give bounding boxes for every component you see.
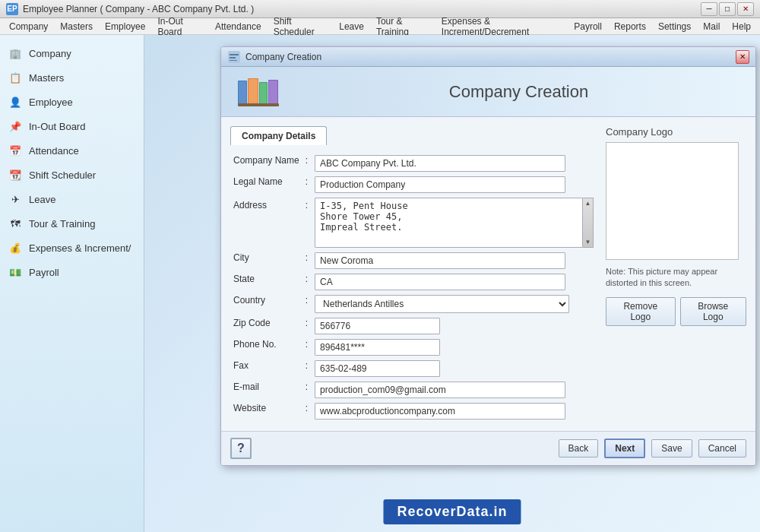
sidebar-item-employee[interactable]: 👤 Employee bbox=[0, 90, 144, 114]
company-icon: 🏢 bbox=[8, 46, 23, 61]
website-cell bbox=[312, 401, 597, 422]
country-label: Country bbox=[230, 293, 302, 315]
title-bar-text: Employee Planner ( Company - ABC Company… bbox=[23, 4, 696, 14]
state-cell bbox=[312, 271, 597, 293]
svg-rect-5 bbox=[239, 81, 246, 104]
sidebar-item-masters[interactable]: 📋 Masters bbox=[0, 65, 144, 90]
sidebar-item-shift[interactable]: 📆 Shift Scheduler bbox=[0, 163, 144, 187]
sidebar-item-payroll[interactable]: 💵 Payroll bbox=[0, 260, 144, 284]
back-button[interactable]: Back bbox=[559, 439, 599, 458]
dialog-header: Company Creation bbox=[221, 67, 755, 117]
next-button[interactable]: Next bbox=[604, 439, 645, 458]
shift-icon: 📆 bbox=[8, 167, 23, 182]
company-name-cell bbox=[312, 153, 597, 174]
sidebar-label-payroll: Payroll bbox=[29, 267, 59, 278]
payroll-icon: 💵 bbox=[8, 264, 23, 280]
inout-icon: 📌 bbox=[8, 119, 23, 134]
city-input[interactable] bbox=[315, 252, 565, 269]
sidebar-label-shift: Shift Scheduler bbox=[29, 169, 96, 181]
fax-colon: : bbox=[302, 358, 312, 379]
sidebar-label-leave: Leave bbox=[29, 194, 55, 205]
country-select[interactable]: Netherlands Antilles United States Unite… bbox=[315, 295, 569, 313]
dialog-title-bar: Company Creation ✕ bbox=[221, 47, 755, 67]
company-name-input[interactable] bbox=[315, 155, 565, 172]
attendance-icon: 📅 bbox=[8, 143, 23, 158]
browse-logo-button[interactable]: Browse Logo bbox=[680, 297, 746, 326]
masters-icon: 📋 bbox=[8, 70, 23, 85]
menu-attendance[interactable]: Attendance bbox=[209, 20, 268, 33]
maximize-button[interactable]: □ bbox=[719, 2, 736, 16]
legal-name-input[interactable] bbox=[315, 176, 565, 193]
svg-rect-11 bbox=[269, 81, 277, 104]
table-row: Company Name : bbox=[230, 153, 597, 174]
legal-name-label: Legal Name bbox=[230, 174, 302, 195]
employee-icon: 👤 bbox=[8, 94, 23, 109]
email-cell bbox=[312, 379, 597, 401]
menu-help[interactable]: Help bbox=[726, 20, 757, 33]
sidebar-label-company: Company bbox=[29, 48, 71, 59]
menu-company[interactable]: Company bbox=[3, 20, 54, 33]
address-textarea[interactable] bbox=[315, 198, 583, 248]
website-label: Website bbox=[230, 401, 302, 422]
svg-rect-2 bbox=[230, 57, 236, 59]
scroll-up-icon: ▲ bbox=[584, 198, 593, 208]
menu-leave[interactable]: Leave bbox=[333, 20, 370, 33]
address-scrollbar[interactable]: ▲ ▼ bbox=[583, 198, 594, 248]
sidebar-item-leave[interactable]: ✈ Leave bbox=[0, 187, 144, 211]
table-row: Address : ▲ ▼ bbox=[230, 195, 597, 250]
dialog-header-title: Company Creation bbox=[297, 82, 740, 102]
menu-settings[interactable]: Settings bbox=[652, 20, 697, 33]
state-input[interactable] bbox=[315, 274, 565, 290]
table-row: City : bbox=[230, 250, 597, 271]
logo-note: Note: This picture may appear distorted … bbox=[606, 266, 746, 290]
table-row: State : bbox=[230, 271, 597, 293]
cancel-button[interactable]: Cancel bbox=[698, 439, 746, 458]
menu-employee[interactable]: Employee bbox=[99, 20, 151, 33]
phoneno-input[interactable] bbox=[315, 339, 440, 356]
sidebar-item-company[interactable]: 🏢 Company bbox=[0, 41, 144, 65]
menu-mail[interactable]: Mail bbox=[697, 20, 726, 33]
email-input[interactable] bbox=[315, 382, 565, 398]
sidebar-item-attendance[interactable]: 📅 Attendance bbox=[0, 138, 144, 163]
email-label: E-mail bbox=[230, 379, 302, 401]
sidebar-item-expenses[interactable]: 💰 Expenses & Increment/ bbox=[0, 236, 144, 260]
website-input[interactable] bbox=[315, 403, 565, 420]
dialog-footer: ? Back Next Save Cancel bbox=[221, 431, 755, 465]
tab-company-details[interactable]: Company Details bbox=[230, 126, 327, 145]
menu-payroll[interactable]: Payroll bbox=[568, 20, 608, 33]
remove-logo-button[interactable]: Remove Logo bbox=[606, 297, 676, 326]
address-colon: : bbox=[302, 195, 312, 250]
country-colon: : bbox=[302, 293, 312, 315]
logo-panel-title: Company Logo bbox=[606, 126, 746, 138]
zipcode-label: Zip Code bbox=[230, 315, 302, 337]
app-icon: EP bbox=[6, 3, 18, 15]
dialog-close-button[interactable]: ✕ bbox=[736, 50, 749, 64]
email-colon: : bbox=[302, 379, 312, 401]
menu-reports[interactable]: Reports bbox=[608, 20, 652, 33]
phoneno-cell bbox=[312, 337, 597, 358]
save-button[interactable]: Save bbox=[651, 439, 692, 458]
zipcode-input[interactable] bbox=[315, 318, 440, 334]
close-button[interactable]: ✕ bbox=[737, 2, 754, 16]
tour-icon: 🗺 bbox=[8, 216, 23, 231]
menu-masters[interactable]: Masters bbox=[54, 20, 99, 33]
svg-rect-12 bbox=[238, 103, 279, 106]
table-row: Zip Code : bbox=[230, 315, 597, 337]
help-button[interactable]: ? bbox=[230, 438, 252, 459]
state-label: State bbox=[230, 271, 302, 293]
table-row: Website : bbox=[230, 401, 597, 422]
sidebar-item-inout[interactable]: 📌 In-Out Board bbox=[0, 114, 144, 138]
table-row: Country : Netherlands Antilles United St… bbox=[230, 293, 597, 315]
dialog-body: Company Details Company Name : Legal N bbox=[221, 117, 755, 431]
website-colon: : bbox=[302, 401, 312, 422]
company-name-colon: : bbox=[302, 153, 312, 174]
minimize-button[interactable]: ─ bbox=[701, 2, 717, 16]
sidebar-item-tour[interactable]: 🗺 Tour & Training bbox=[0, 211, 144, 236]
dialog-title-icon bbox=[227, 50, 241, 64]
address-container: ▲ ▼ bbox=[315, 198, 594, 248]
books-image bbox=[236, 74, 282, 109]
table-row: Phone No. : bbox=[230, 337, 597, 358]
company-name-label: Company Name bbox=[230, 153, 302, 174]
fax-input[interactable] bbox=[315, 360, 440, 377]
dialog-title-text: Company Creation bbox=[245, 52, 736, 62]
